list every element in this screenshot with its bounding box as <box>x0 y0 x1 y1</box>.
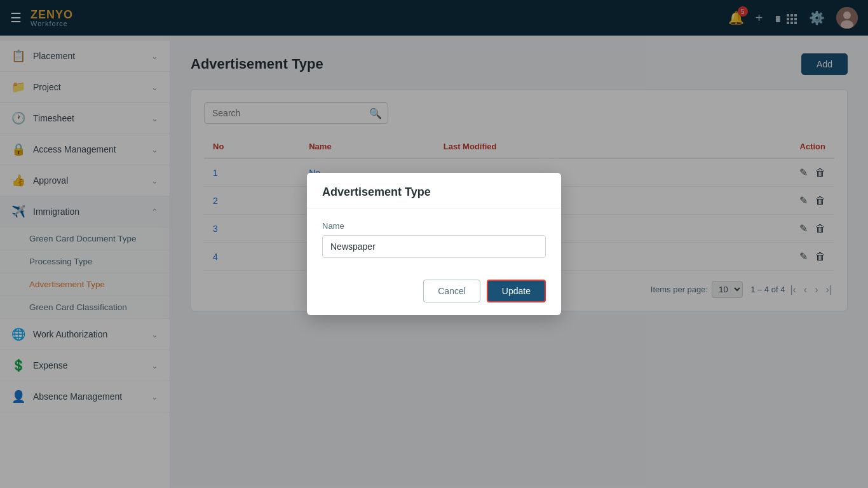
modal-overlay[interactable]: Advertisement Type Name Cancel Update <box>0 0 868 488</box>
modal-name-input[interactable] <box>322 235 546 258</box>
cancel-button[interactable]: Cancel <box>423 280 480 302</box>
modal-name-label: Name <box>322 221 546 231</box>
modal-body: Name <box>307 208 561 271</box>
modal-footer: Cancel Update <box>307 271 561 315</box>
modal-header: Advertisement Type <box>307 173 561 208</box>
update-button[interactable]: Update <box>487 280 546 302</box>
advertisement-type-modal: Advertisement Type Name Cancel Update <box>307 173 561 315</box>
modal-title: Advertisement Type <box>322 186 431 198</box>
